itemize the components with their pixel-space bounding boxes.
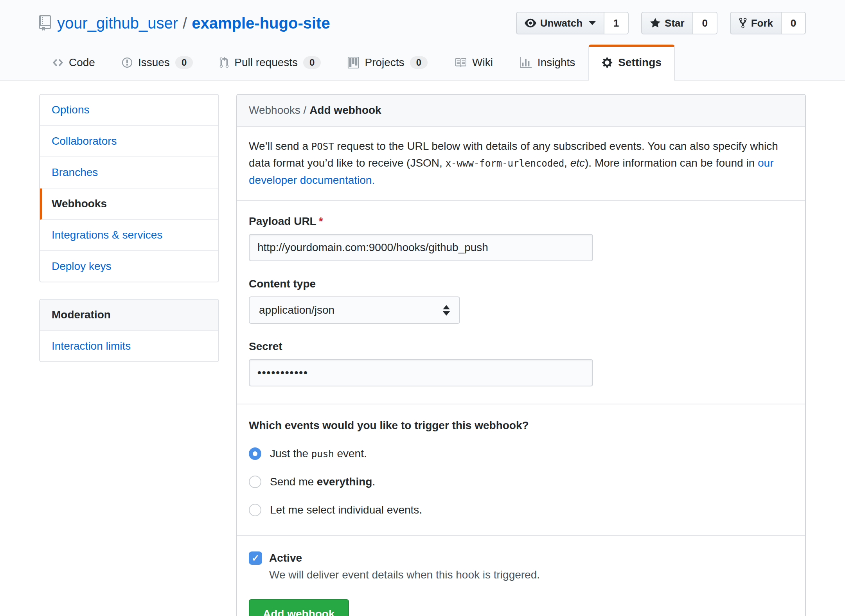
unwatch-label: Unwatch bbox=[540, 17, 583, 29]
code-icon bbox=[52, 57, 63, 68]
tab-insights[interactable]: Insights bbox=[506, 45, 589, 81]
add-webhook-panel: Webhooks / Add webhook We’ll send a POST… bbox=[236, 94, 806, 616]
fork-label: Fork bbox=[751, 17, 773, 29]
repo-breadcrumb: your_github_user / example-hugo-site bbox=[39, 14, 330, 32]
tab-pull-requests-label: Pull requests bbox=[234, 56, 298, 69]
webhook-form: Payload URL* Content type application/js… bbox=[237, 201, 805, 404]
required-asterisk: * bbox=[319, 215, 323, 227]
radio-just-push-label: Just the push event. bbox=[270, 447, 367, 460]
tab-issues[interactable]: Issues 0 bbox=[108, 45, 206, 81]
content-type-select[interactable]: application/json bbox=[249, 296, 460, 324]
description-text: We’ll send a bbox=[249, 140, 311, 152]
repo-icon bbox=[39, 15, 51, 31]
chevron-down-icon bbox=[589, 21, 596, 25]
repo-owner-link[interactable]: your_github_user bbox=[57, 14, 178, 32]
breadcrumb-separator: / bbox=[304, 104, 310, 116]
repo-name-link[interactable]: example-hugo-site bbox=[192, 14, 330, 32]
page-head: your_github_user / example-hugo-site Unw… bbox=[0, 0, 845, 81]
payload-url-group: Payload URL* bbox=[249, 215, 793, 261]
radio-individual-events-label: Let me select individual events. bbox=[270, 504, 422, 516]
breadcrumb-webhooks-link[interactable]: Webhooks bbox=[249, 104, 300, 116]
book-icon bbox=[454, 57, 467, 68]
breadcrumb: Webhooks / Add webhook bbox=[237, 95, 805, 127]
payload-url-label: Payload URL* bbox=[249, 215, 793, 228]
project-icon bbox=[347, 57, 359, 68]
active-description: We will deliver event details when this … bbox=[269, 569, 793, 581]
sidebar-item-interaction-limits[interactable]: Interaction limits bbox=[40, 331, 218, 361]
unwatch-button[interactable]: Unwatch bbox=[516, 12, 604, 34]
description-text: ). More information can be found in bbox=[585, 157, 758, 169]
tab-settings[interactable]: Settings bbox=[588, 45, 674, 81]
events-section: Which events would you like to trigger t… bbox=[237, 404, 805, 535]
settings-sidebar: Options Collaborators Branches Webhooks … bbox=[39, 94, 219, 362]
pull-requests-count-badge: 0 bbox=[303, 56, 321, 69]
select-arrows-icon bbox=[443, 305, 450, 316]
radio-send-everything-label: Send me everything. bbox=[270, 476, 375, 488]
tab-issues-label: Issues bbox=[138, 56, 170, 69]
repo-actions: Unwatch 1 Star 0 bbox=[516, 12, 806, 34]
add-webhook-button[interactable]: Add webhook bbox=[249, 599, 349, 616]
issue-opened-icon bbox=[122, 57, 133, 68]
tab-projects[interactable]: Projects 0 bbox=[334, 45, 441, 81]
star-button-group: Star 0 bbox=[641, 12, 717, 34]
tab-wiki[interactable]: Wiki bbox=[441, 45, 506, 81]
moderation-menu-header: Moderation bbox=[40, 300, 218, 331]
payload-url-input[interactable] bbox=[249, 234, 593, 261]
secret-input[interactable] bbox=[249, 359, 593, 386]
sidebar-item-webhooks[interactable]: Webhooks bbox=[40, 189, 218, 220]
star-icon bbox=[650, 17, 661, 29]
radio-just-push-event[interactable]: Just the push event. bbox=[249, 447, 793, 460]
radio-unselected-icon[interactable] bbox=[249, 504, 261, 516]
tab-wiki-label: Wiki bbox=[472, 56, 493, 69]
moderation-menu: Moderation Interaction limits bbox=[39, 299, 219, 362]
forks-count[interactable]: 0 bbox=[782, 12, 806, 34]
graph-icon bbox=[520, 57, 532, 68]
tab-pull-requests[interactable]: Pull requests 0 bbox=[206, 45, 334, 81]
tab-projects-label: Projects bbox=[365, 56, 404, 69]
radio-unselected-icon[interactable] bbox=[249, 476, 261, 488]
breadcrumb-page-title: Add webhook bbox=[309, 104, 381, 116]
sidebar-item-collaborators[interactable]: Collaborators bbox=[40, 126, 218, 157]
star-label: Star bbox=[665, 17, 685, 29]
git-pull-request-icon bbox=[219, 57, 229, 68]
repo-forked-icon bbox=[739, 17, 747, 29]
issues-count-badge: 0 bbox=[175, 56, 193, 69]
sidebar-item-branches[interactable]: Branches bbox=[40, 157, 218, 189]
tab-settings-label: Settings bbox=[618, 56, 661, 69]
content-type-label: Content type bbox=[249, 278, 793, 290]
push-code: push bbox=[311, 449, 334, 460]
content-type-group: Content type application/json bbox=[249, 278, 793, 324]
settings-menu: Options Collaborators Branches Webhooks … bbox=[39, 94, 219, 282]
fork-button[interactable]: Fork bbox=[730, 12, 782, 34]
post-code: POST bbox=[311, 141, 334, 152]
stars-count[interactable]: 0 bbox=[693, 12, 717, 34]
sidebar-item-options[interactable]: Options bbox=[40, 95, 218, 126]
active-label: Active bbox=[269, 552, 302, 564]
tab-insights-label: Insights bbox=[538, 56, 575, 69]
watchers-count[interactable]: 1 bbox=[604, 12, 629, 34]
gear-icon bbox=[602, 57, 613, 68]
webhook-description: We’ll send a POST request to the URL bel… bbox=[237, 127, 805, 201]
secret-label: Secret bbox=[249, 340, 793, 353]
radio-individual-events[interactable]: Let me select individual events. bbox=[249, 504, 793, 516]
active-checkbox-row[interactable]: ✓ Active bbox=[249, 551, 793, 565]
sidebar-item-deploy-keys[interactable]: Deploy keys bbox=[40, 251, 218, 282]
repo-separator: / bbox=[183, 14, 187, 32]
tab-code[interactable]: Code bbox=[39, 45, 108, 81]
urlencoded-code: x-www-form-urlencoded bbox=[446, 158, 564, 169]
repo-nav: Code Issues 0 Pull requests 0 P bbox=[39, 45, 806, 80]
radio-send-everything[interactable]: Send me everything. bbox=[249, 476, 793, 488]
checkbox-checked-icon[interactable]: ✓ bbox=[249, 551, 262, 565]
fork-button-group: Fork 0 bbox=[730, 12, 806, 34]
sidebar-item-integrations-services[interactable]: Integrations & services bbox=[40, 220, 218, 251]
description-text: , bbox=[564, 157, 570, 169]
content-type-value: application/json bbox=[259, 304, 334, 316]
projects-count-badge: 0 bbox=[410, 56, 428, 69]
events-heading: Which events would you like to trigger t… bbox=[249, 419, 793, 432]
eye-icon bbox=[525, 17, 536, 29]
secret-group: Secret bbox=[249, 340, 793, 386]
radio-selected-icon[interactable] bbox=[249, 447, 261, 460]
active-section: ✓ Active We will deliver event details w… bbox=[237, 536, 805, 616]
star-button[interactable]: Star bbox=[641, 12, 693, 34]
tab-code-label: Code bbox=[69, 56, 95, 69]
